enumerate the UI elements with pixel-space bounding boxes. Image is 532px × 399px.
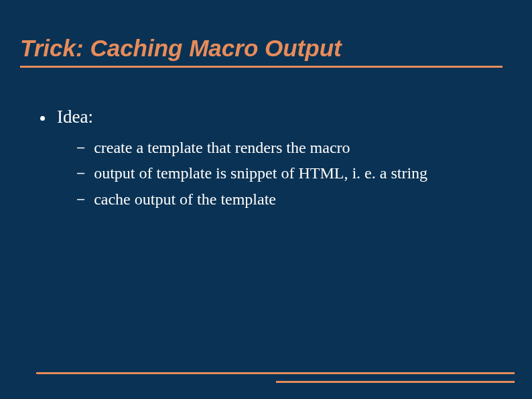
footer-line-short (276, 381, 515, 383)
bullet-dot-icon (40, 116, 45, 121)
dash-icon: – (77, 139, 84, 155)
sub-list: – create a template that renders the mac… (40, 137, 512, 210)
sub-item-text: create a template that renders the macro (94, 137, 350, 158)
list-item: – output of template is snippet of HTML,… (77, 162, 512, 184)
footer-decoration (36, 372, 515, 383)
bullet-item: Idea: (40, 107, 512, 127)
dash-icon: – (77, 165, 84, 180)
dash-icon: – (77, 191, 84, 207)
list-item: – create a template that renders the mac… (77, 137, 512, 158)
sub-item-text: cache output of the template (94, 188, 276, 210)
bullet-label: Idea: (57, 107, 93, 127)
footer-line-long (36, 372, 515, 374)
title-underline (20, 66, 503, 68)
slide-content: Idea: – create a template that renders t… (20, 107, 512, 210)
sub-item-text: output of template is snippet of HTML, i… (94, 162, 427, 184)
slide: Trick: Caching Macro Output Idea: – crea… (0, 0, 532, 399)
slide-title: Trick: Caching Macro Output (20, 35, 512, 62)
list-item: – cache output of the template (77, 188, 512, 210)
